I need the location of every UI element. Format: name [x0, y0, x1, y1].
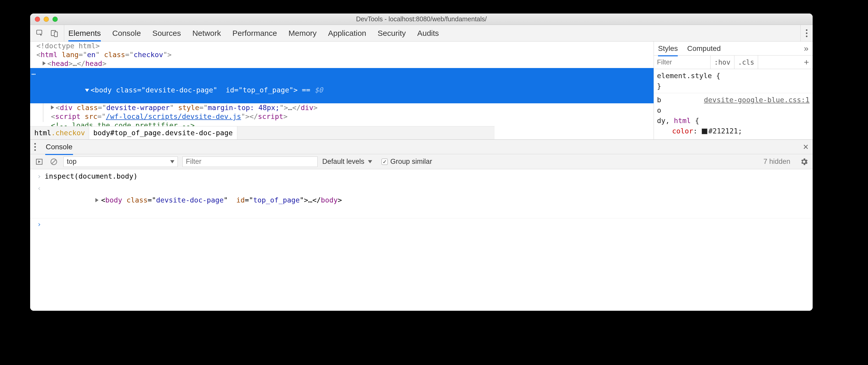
- expand-caret-icon[interactable]: [95, 198, 98, 202]
- console-result-line[interactable]: ‹ <body class="devsite-doc-page" id="top…: [30, 182, 813, 218]
- toolbar-right: [800, 25, 813, 41]
- breadcrumb-body[interactable]: body#top_of_page.devsite-doc-page: [89, 126, 237, 139]
- styles-panel: Styles Computed » :hov .cls + element.st…: [654, 41, 813, 139]
- execute-icon[interactable]: [34, 157, 44, 167]
- console-log[interactable]: › inspect(document.body) ‹ <body class="…: [30, 169, 813, 311]
- dom-script-1[interactable]: <script src="/wf-local/scripts/devsite-d…: [30, 112, 654, 121]
- hidden-messages-count[interactable]: 7 hidden: [763, 158, 790, 166]
- tab-memory[interactable]: Memory: [288, 25, 316, 41]
- color-swatch-icon[interactable]: [702, 129, 707, 134]
- window-controls: [35, 16, 58, 22]
- svg-rect-0: [37, 30, 42, 34]
- panel-tabs: Elements Console Sources Network Perform…: [64, 25, 800, 41]
- chevron-down-icon: [170, 160, 175, 163]
- group-similar-toggle[interactable]: ✓ Group similar: [381, 158, 432, 166]
- console-drawer: Console × top Default levels ✓: [30, 140, 813, 311]
- toggle-cls[interactable]: .cls: [735, 56, 758, 69]
- styles-rules[interactable]: element.style { } b o dy, html { devsite…: [654, 69, 813, 138]
- console-tabbar: Console ×: [30, 140, 813, 154]
- tab-audits[interactable]: Audits: [417, 25, 439, 41]
- toggle-hov[interactable]: :hov: [711, 56, 735, 69]
- breadcrumb-html[interactable]: html.checkov: [30, 126, 89, 139]
- dom-body-selected[interactable]: … <body class="devsite-doc-page" id="top…: [30, 68, 654, 103]
- dom-doctype[interactable]: <!doctype html>: [30, 41, 654, 51]
- device-toggle-icon[interactable]: [50, 28, 59, 38]
- stylesheet-link[interactable]: devsite-google-blue.css:1: [704, 96, 809, 104]
- tab-styles[interactable]: Styles: [658, 44, 678, 53]
- styles-filter-row: :hov .cls +: [654, 56, 813, 69]
- tab-security[interactable]: Security: [378, 25, 406, 41]
- svg-line-5: [52, 159, 56, 164]
- more-menu-icon[interactable]: [806, 32, 807, 34]
- tab-application[interactable]: Application: [328, 25, 366, 41]
- chevron-down-icon: [368, 160, 372, 163]
- styles-tabs: Styles Computed »: [654, 41, 813, 56]
- dom-html-open[interactable]: <html lang="en" class="checkov">: [30, 51, 654, 59]
- tab-performance[interactable]: Performance: [232, 25, 277, 41]
- console-prompt[interactable]: ›: [30, 218, 813, 230]
- close-window-icon[interactable]: [35, 16, 40, 22]
- inspect-element-icon[interactable]: [35, 28, 45, 38]
- tab-network[interactable]: Network: [192, 25, 221, 41]
- console-input-line: › inspect(document.body): [30, 170, 813, 182]
- context-selector[interactable]: top: [63, 157, 178, 167]
- styles-filter-input[interactable]: [654, 56, 711, 69]
- tab-computed[interactable]: Computed: [687, 44, 721, 53]
- new-style-rule-icon[interactable]: +: [800, 57, 813, 67]
- dom-head[interactable]: <head>…</head>: [30, 59, 654, 68]
- minimize-window-icon[interactable]: [44, 16, 49, 22]
- console-menu-icon[interactable]: [34, 146, 36, 148]
- tab-sources[interactable]: Sources: [152, 25, 181, 41]
- tab-console[interactable]: Console: [112, 25, 141, 41]
- close-drawer-icon[interactable]: ×: [803, 141, 808, 153]
- zoom-window-icon[interactable]: [53, 16, 58, 22]
- console-settings-icon[interactable]: [800, 157, 808, 166]
- elements-panel: <!doctype html> <html lang="en" class="c…: [30, 41, 813, 140]
- rule-element-style-close: }: [657, 81, 809, 91]
- tab-elements[interactable]: Elements: [68, 25, 101, 41]
- drawer-tab-console[interactable]: Console: [45, 143, 73, 151]
- console-filter-input[interactable]: [182, 157, 317, 167]
- svg-rect-2: [54, 32, 57, 37]
- dom-tree[interactable]: <!doctype html> <html lang="en" class="c…: [30, 41, 654, 139]
- panel-toolbar: Elements Console Sources Network Perform…: [30, 25, 813, 41]
- rule-element-style-open: element.style {: [657, 71, 809, 81]
- titlebar: DevTools - localhost:8080/web/fundamenta…: [30, 13, 813, 25]
- clear-console-icon[interactable]: [49, 157, 59, 167]
- toolbar-left: [30, 25, 64, 41]
- console-filterbar: top Default levels ✓ Group similar 7 hid…: [30, 154, 813, 169]
- checkbox-checked-icon: ✓: [381, 159, 388, 165]
- breadcrumb: html.checkov body#top_of_page.devsite-do…: [30, 126, 495, 139]
- dom-div-wrapper[interactable]: <div class="devsite-wrapper" style="marg…: [30, 103, 654, 112]
- styles-tabs-overflow-icon[interactable]: »: [804, 44, 808, 53]
- log-level-selector[interactable]: Default levels: [322, 158, 372, 166]
- devtools-window: DevTools - localhost:8080/web/fundamenta…: [30, 13, 813, 311]
- window-title: DevTools - localhost:8080/web/fundamenta…: [356, 15, 487, 23]
